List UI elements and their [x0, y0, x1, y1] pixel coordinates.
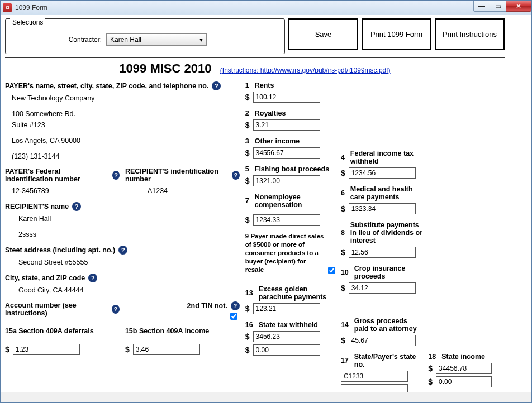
box3-label: Other income	[255, 137, 300, 145]
close-button[interactable]: ✕	[506, 1, 531, 12]
recipient-city-label: City, state, and ZIP code	[5, 274, 85, 282]
dollar-icon: $	[428, 364, 433, 373]
box2-label: Royalties	[255, 109, 286, 117]
horizontal-scrollbar[interactable]	[1, 392, 531, 402]
box18-label: State income	[441, 353, 485, 361]
box5-label: Fishing boat proceeds	[255, 165, 329, 173]
payer-street1: 100 Somewhere Rd.	[5, 108, 240, 119]
box13-label: Excess golden parachute payments	[259, 285, 335, 301]
payer-city: Los Angels, CA 90000	[5, 135, 240, 146]
dollar-icon: $	[341, 169, 345, 177]
help-icon[interactable]: ?	[232, 171, 240, 180]
minimize-button[interactable]: —	[473, 1, 490, 12]
dollar-icon: $	[341, 284, 345, 292]
maximize-button[interactable]: ▭	[490, 1, 506, 12]
dollar-icon: $	[245, 148, 250, 157]
print-instructions-button[interactable]: Print Instructions	[435, 18, 505, 50]
dollar-icon: $	[245, 304, 250, 313]
help-icon[interactable]: ?	[118, 246, 127, 255]
dollar-icon: $	[245, 93, 250, 102]
box13-input[interactable]	[253, 303, 320, 314]
box9-label: 9 Payer made direct sales of $5000 or mo…	[245, 232, 326, 274]
box10-input[interactable]	[349, 282, 416, 294]
contractor-value: Karen Hall	[110, 36, 141, 44]
box4-label: Federal income tax withheld	[350, 150, 422, 165]
payer-street2: Suite #123	[5, 119, 240, 131]
box9-checkbox[interactable]	[328, 267, 335, 274]
box3-input[interactable]	[253, 147, 320, 159]
content-scroll[interactable]: Selections Contractor: Karen Hall ▾ Save…	[1, 15, 531, 392]
box5-input[interactable]	[253, 175, 320, 186]
help-icon[interactable]: ?	[88, 274, 97, 282]
second-tin-checkbox[interactable]	[230, 313, 238, 320]
box17-input-2[interactable]	[341, 384, 408, 392]
dollar-icon: $	[341, 248, 345, 257]
help-icon[interactable]: ?	[231, 301, 240, 310]
second-tin-label: 2nd TIN not.	[187, 302, 227, 310]
box14-label: Gross proceeds paid to an attorney	[354, 317, 423, 333]
window-title: 1099 Form	[15, 4, 48, 12]
dollar-icon: $	[245, 332, 250, 341]
account-number-label: Account number (see instructions)	[5, 301, 108, 317]
box6-input[interactable]	[349, 203, 416, 214]
save-button[interactable]: Save	[288, 18, 358, 50]
box15b-input[interactable]	[133, 344, 200, 355]
dollar-icon: $	[341, 336, 345, 345]
dollar-icon: $	[245, 121, 250, 129]
payer-name: New Technology Company	[5, 93, 240, 104]
payer-fedid-label: PAYER's Federal indentification number	[5, 167, 109, 183]
box14-input[interactable]	[349, 335, 416, 346]
box7-input[interactable]	[253, 214, 320, 226]
payer-phone: (123) 131-3144	[5, 151, 240, 162]
box16-input-1[interactable]	[253, 331, 320, 342]
recipient-name-label: RECIPIENT'S name	[5, 203, 69, 210]
box6-label: Medical and health care payments	[350, 185, 422, 201]
recipient-id: A1234	[125, 185, 240, 196]
contractor-select[interactable]: Karen Hall ▾	[106, 33, 207, 46]
recipient-street: Second Street #55555	[5, 257, 240, 268]
box18-input-2[interactable]	[436, 376, 492, 387]
box2-input[interactable]	[253, 119, 320, 131]
dollar-icon: $	[125, 345, 130, 354]
box1-input[interactable]	[253, 92, 320, 103]
box7-label: Nonemployee compensation	[255, 193, 335, 209]
dollar-icon: $	[428, 377, 433, 386]
box8-label: Substitute payments in lieu of dividends…	[350, 221, 422, 244]
window-controls: — ▭ ✕	[474, 1, 531, 12]
recipient-name2: 2ssss	[5, 229, 240, 240]
selections-label: Selections	[10, 18, 45, 26]
box16-input-2[interactable]	[253, 344, 320, 356]
titlebar: ⧉ 1099 Form — ▭ ✕	[1, 1, 531, 15]
box8-input[interactable]	[349, 247, 416, 258]
help-icon[interactable]: ?	[112, 305, 120, 314]
form-title: 1099 MISC 2010	[119, 61, 211, 75]
app-icon: ⧉	[3, 3, 12, 12]
instructions-link[interactable]: (Instructions: http://www.irs.gov/pub/ir…	[220, 66, 391, 74]
box10-label: Crop insurance proceeds	[354, 265, 423, 280]
dollar-icon: $	[245, 215, 250, 224]
box4-input[interactable]	[349, 167, 416, 179]
window: ⧉ 1099 Form — ▭ ✕	[0, 0, 532, 403]
recipient-street-label: Steet address (including apt. no.)	[5, 246, 115, 254]
dollar-icon: $	[341, 204, 345, 213]
dollar-icon: $	[5, 345, 10, 354]
box15a-label: 15a Section 409A deferrals	[5, 327, 94, 335]
box17-label: State/Payer's state no.	[354, 353, 423, 368]
payer-fedid: 12-3456789	[5, 185, 120, 196]
help-icon[interactable]: ?	[212, 81, 221, 90]
recipient-city: Good City, CA 44444	[5, 285, 240, 296]
print-1099-button[interactable]: Print 1099 Form	[362, 18, 431, 50]
box16-label: State tax withheld	[259, 321, 318, 329]
help-icon[interactable]: ?	[72, 202, 81, 211]
dollar-icon: $	[245, 176, 250, 185]
recipient-name1: Karen Hall	[5, 213, 240, 224]
box15a-input[interactable]	[13, 344, 80, 355]
chevron-down-icon: ▾	[200, 36, 203, 44]
help-icon[interactable]: ?	[112, 171, 120, 180]
recipient-id-label: RECIPIENT'S indentification number	[125, 167, 229, 183]
contractor-label: Contractor:	[11, 36, 106, 44]
box17-input-1[interactable]	[341, 371, 408, 382]
dollar-icon: $	[245, 346, 250, 354]
box18-input-1[interactable]	[436, 363, 492, 374]
box1-label: Rents	[255, 81, 274, 89]
